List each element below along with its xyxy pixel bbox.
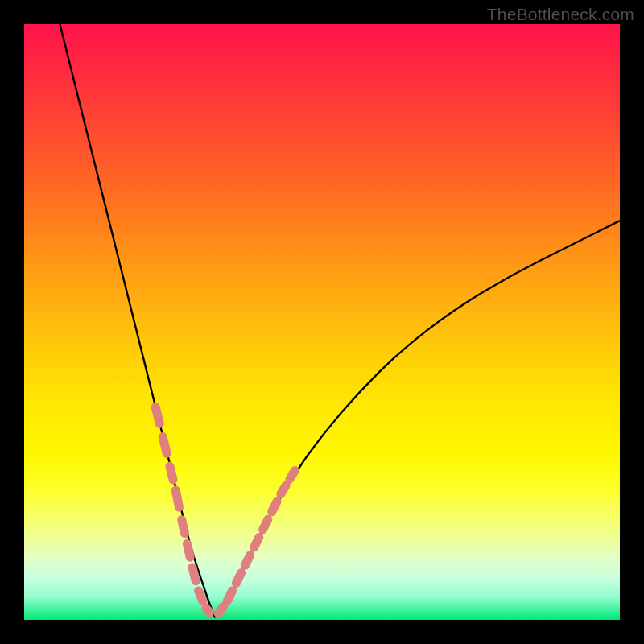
highlight-dash-left-7 bbox=[199, 591, 203, 601]
curve-layer bbox=[24, 24, 620, 620]
highlight-dash-right-0 bbox=[218, 606, 223, 613]
watermark-text: TheBottleneck.com bbox=[487, 5, 634, 24]
highlight-dash-right-2 bbox=[236, 573, 241, 584]
plot-area bbox=[24, 24, 620, 620]
curve-left-branch bbox=[60, 24, 214, 617]
highlight-dash-right-3 bbox=[245, 555, 250, 566]
highlight-dash-left-6 bbox=[192, 568, 196, 581]
highlight-dash-left-8 bbox=[206, 609, 210, 613]
curve-right-branch bbox=[215, 221, 620, 617]
highlight-dash-left-2 bbox=[170, 466, 173, 480]
highlight-dash-left-1 bbox=[163, 437, 167, 454]
highlight-dash-left-3 bbox=[175, 490, 179, 507]
highlight-dash-right-6 bbox=[272, 502, 277, 512]
highlight-dash-right-7 bbox=[281, 485, 286, 494]
highlight-dash-right-8 bbox=[290, 471, 295, 480]
highlight-dash-right-1 bbox=[227, 591, 232, 601]
highlight-dash-left-0 bbox=[155, 407, 159, 424]
highlight-dash-right-5 bbox=[263, 519, 268, 530]
highlight-dash-right-4 bbox=[254, 537, 259, 547]
highlight-dash-left-4 bbox=[182, 520, 185, 534]
chart-frame: TheBottleneck.com bbox=[0, 0, 644, 644]
highlight-dash-left-5 bbox=[187, 543, 190, 557]
